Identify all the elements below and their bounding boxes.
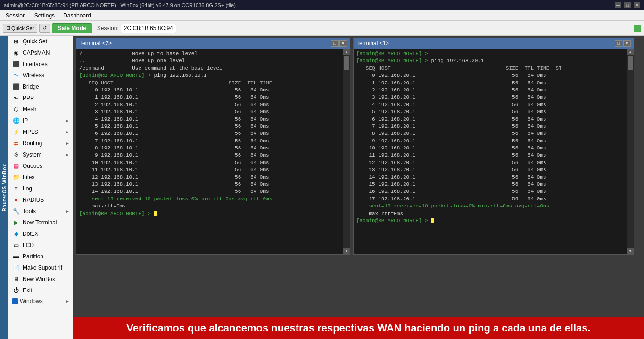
sidebar-item-mpls[interactable]: ⚡MPLS▶ <box>8 126 73 138</box>
terminal-2-maximize[interactable]: □ <box>331 40 339 47</box>
terminal-2-titlebar: Terminal <2> □ ✕ <box>76 38 350 49</box>
maximize-button[interactable]: □ <box>624 2 631 8</box>
terminal-line: 4 192.168.20.1 56 64 0ms <box>356 101 624 108</box>
sidebar-item-exit[interactable]: ⏻Exit <box>8 285 73 296</box>
sidebar-item-quick-set[interactable]: ⊞Quick Set <box>8 36 73 47</box>
menu-dashboard[interactable]: Dashboard <box>59 11 95 20</box>
new-winbox-icon: 🖥 <box>12 275 20 283</box>
terminal-1-scrollbar[interactable]: ▲ ▼ <box>627 49 634 254</box>
exit-label: Exit <box>23 287 32 294</box>
sidebar-item-log[interactable]: ≡Log <box>8 183 73 194</box>
terminal-1-title: Terminal <1> <box>356 40 389 47</box>
sidebar-item-routing[interactable]: ⇄Routing▶ <box>8 138 73 149</box>
session-label: Session: <box>97 25 119 32</box>
sidebar-item-ip[interactable]: 🌐IP▶ <box>8 115 73 126</box>
sidebar-item-files[interactable]: 📁Files <box>8 172 73 183</box>
terminal-line: max-rtt=0ms <box>356 210 624 217</box>
terminal-line: 4 192.168.10.1 56 64 0ms <box>79 116 340 123</box>
routeros-winbox-label: RouterOS WinBox <box>0 36 8 339</box>
terminal-2-close[interactable]: ✕ <box>339 40 347 47</box>
sidebar-item-dot1x[interactable]: ◆Dot1X <box>8 228 73 240</box>
interfaces-icon: ⬛ <box>12 60 20 68</box>
terminal-2-scroll-thumb[interactable] <box>344 56 349 70</box>
terminal-line: 7 192.168.20.1 56 64 0ms <box>356 123 624 130</box>
terminal-line: 6 192.168.10.1 56 64 0ms <box>79 130 340 137</box>
terminal-line: 3 192.168.20.1 56 64 0ms <box>356 94 624 101</box>
terminal-line: 2 192.168.20.1 56 64 0ms <box>356 87 624 94</box>
terminal-line: 7 192.168.10.1 56 64 0ms <box>79 138 340 145</box>
terminal-1-body[interactable]: [admin@RB ARCO NORTE] >[admin@RB ARCO NO… <box>354 49 627 254</box>
terminal-line: 2 192.168.10.1 56 64 0ms <box>79 101 340 108</box>
exit-icon: ⏻ <box>12 287 20 294</box>
menu-session[interactable]: Session <box>2 11 30 20</box>
partition-label: Partition <box>23 253 43 260</box>
terminal-2-scroll-up[interactable]: ▲ <box>343 49 350 55</box>
sidebar-item-radius[interactable]: ●RADIUS <box>8 194 73 206</box>
titlebar-controls[interactable]: — □ ✕ <box>615 2 640 8</box>
refresh-button[interactable]: ↺ <box>39 24 50 33</box>
terminal-2-scrollbar[interactable]: ▲ ▼ <box>343 49 350 254</box>
queues-label: Queues <box>23 163 42 169</box>
sidebar-item-make-supout[interactable]: 📄Make Supout.rif <box>8 262 73 273</box>
terminal-1-scroll-up[interactable]: ▲ <box>627 49 634 55</box>
terminal-line: 9 192.168.10.1 56 64 0ms <box>79 152 340 159</box>
terminal-2-title: Terminal <2> <box>79 40 112 47</box>
sidebar-item-queues[interactable]: ▤Queues <box>8 160 73 172</box>
sidebar-items: ⊞Quick Set◉CAPsMAN⬛Interfaces〜Wireless⬛B… <box>8 36 73 296</box>
sidebar-item-tools[interactable]: 🔧Tools▶ <box>8 206 73 217</box>
sidebar-item-windows[interactable]: Windows ▶ <box>8 296 73 306</box>
terminal-2-content-wrap: / Move up to base level.. Move up one le… <box>76 49 350 254</box>
terminal-1-scroll-down[interactable]: ▼ <box>627 248 634 254</box>
terminal-line: SEQ HOST SIZE TTL TIME ST <box>356 65 624 72</box>
winbox-indicator <box>634 25 641 32</box>
terminal-line: [admin@RB ARCO NORTE] > ping 192.168.20.… <box>356 58 624 65</box>
mpls-arrow: ▶ <box>66 130 69 134</box>
minimize-button[interactable]: — <box>615 2 621 8</box>
terminal-1-maximize[interactable]: □ <box>615 40 622 47</box>
quick-set-label: Quick Set <box>23 38 47 45</box>
capsman-icon: ◉ <box>12 49 20 57</box>
terminal-1-buttons[interactable]: □ ✕ <box>615 40 631 47</box>
sidebar-item-mesh[interactable]: ⬡Mesh <box>8 104 73 115</box>
sidebar-item-system[interactable]: ⚙System▶ <box>8 149 73 160</box>
system-icon: ⚙ <box>12 151 20 158</box>
terminal-line: max-rtt=0ms <box>79 203 340 210</box>
terminal-line: 13 192.168.10.1 56 64 0ms <box>79 181 340 188</box>
sidebar-item-new-terminal[interactable]: ▶New Terminal <box>8 217 73 228</box>
terminal-line: [admin@RB ARCO NORTE] > <box>356 217 624 224</box>
terminal-2-body[interactable]: / Move up to base level.. Move up one le… <box>76 49 343 254</box>
terminal-2-scroll-down[interactable]: ▼ <box>343 248 350 254</box>
sidebar-item-new-winbox[interactable]: 🖥New WinBox <box>8 273 73 285</box>
sidebar-item-wireless[interactable]: 〜Wireless <box>8 70 73 81</box>
bridge-icon: ⬛ <box>12 83 20 91</box>
terminal-line: 10 192.168.20.1 56 64 0ms <box>356 145 624 152</box>
terminal-line: 0 192.168.20.1 56 64 0ms <box>356 72 624 79</box>
make-supout-icon: 📄 <box>12 264 20 272</box>
sidebar-item-interfaces[interactable]: ⬛Interfaces <box>8 58 73 70</box>
terminal-line: 14 192.168.10.1 56 64 0ms <box>79 188 340 195</box>
dot1x-label: Dot1X <box>23 231 38 237</box>
terminal-line: 11 192.168.20.1 56 64 0ms <box>356 152 624 159</box>
terminal-line: 3 192.168.10.1 56 64 0ms <box>79 108 340 116</box>
radius-label: RADIUS <box>23 197 44 203</box>
sidebar-item-ppp[interactable]: ⤜PPP <box>8 92 73 104</box>
terminal-1-close[interactable]: ✕ <box>623 40 631 47</box>
wireless-label: Wireless <box>23 72 44 79</box>
new-terminal-icon: ▶ <box>12 219 20 226</box>
quick-set-button[interactable]: ⊞ Quick Set <box>3 24 37 33</box>
terminal-line: 0 192.168.10.1 56 64 0ms <box>79 87 340 94</box>
menu-settings[interactable]: Settings <box>31 11 58 20</box>
terminal-1-scroll-thumb[interactable] <box>628 56 633 70</box>
mpls-label: MPLS <box>23 129 38 135</box>
sidebar-item-lcd[interactable]: ▭LCD <box>8 240 73 251</box>
terminal-2-scroll-track <box>343 55 350 248</box>
wireless-icon: 〜 <box>12 72 20 79</box>
safe-mode-button[interactable]: Safe Mode <box>52 23 92 33</box>
terminal-line: 5 192.168.20.1 56 64 0ms <box>356 108 624 116</box>
terminal-2-buttons[interactable]: □ ✕ <box>331 40 347 47</box>
log-label: Log <box>23 185 32 192</box>
sidebar-item-partition[interactable]: ▬Partition <box>8 251 73 262</box>
sidebar-item-bridge[interactable]: ⬛Bridge <box>8 81 73 92</box>
sidebar-item-capsman[interactable]: ◉CAPsMAN <box>8 47 73 58</box>
close-button[interactable]: ✕ <box>634 2 640 8</box>
